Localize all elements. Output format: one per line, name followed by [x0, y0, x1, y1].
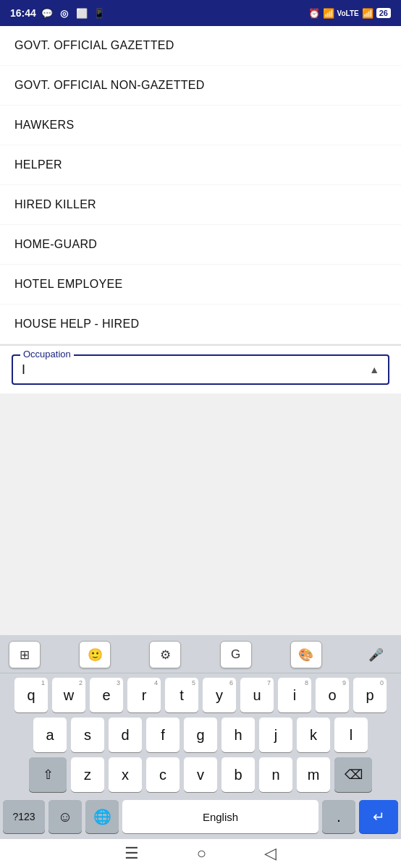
- key-r[interactable]: 4r: [127, 678, 161, 712]
- keyboard-toolbar: ⊞ 🙂 ⚙ G 🎨 🎤: [0, 635, 401, 673]
- key-g[interactable]: g: [184, 718, 217, 752]
- list-item[interactable]: GOVT. OFFICIAL NON-GAZETTED: [0, 66, 401, 106]
- grid-icon[interactable]: ⊞: [9, 641, 41, 668]
- signal-icon: 📶: [362, 8, 373, 19]
- alarm-icon: ⏰: [308, 8, 320, 19]
- home-nav-icon[interactable]: ○: [197, 844, 206, 863]
- status-bar: 16:44 💬 ◎ ⬜ 📱 ⏰ 📶 VoLTE 📶 26: [0, 0, 401, 26]
- messenger-icon: 💬: [41, 7, 54, 20]
- key-i[interactable]: 8i: [278, 678, 311, 712]
- key-o[interactable]: 9o: [316, 678, 349, 712]
- list-item[interactable]: HOTEL EMPLOYEE: [0, 265, 401, 305]
- shift-key[interactable]: ⇧: [29, 757, 67, 792]
- occupation-input-wrapper[interactable]: Occupation I ▲: [12, 354, 389, 385]
- occupation-dropdown: GOVT. OFFICIAL GAZETTED GOVT. OFFICIAL N…: [0, 26, 401, 345]
- emoji-key[interactable]: ☺: [48, 800, 82, 833]
- enter-key[interactable]: ↵: [359, 800, 398, 833]
- nav-bar: ☰ ○ ◁: [0, 839, 401, 868]
- key-m[interactable]: m: [297, 757, 330, 792]
- key-v[interactable]: v: [184, 757, 217, 792]
- wifi-icon: 📶: [323, 8, 334, 19]
- key-u[interactable]: 7u: [240, 678, 274, 712]
- status-bar-left: 16:44 💬 ◎ ⬜ 📱: [10, 7, 106, 20]
- status-time: 16:44: [10, 7, 36, 19]
- status-bar-right: ⏰ 📶 VoLTE 📶 26: [308, 8, 391, 19]
- gear-icon[interactable]: ⚙: [149, 641, 181, 668]
- occupation-label: Occupation: [20, 349, 74, 359]
- whatsapp-icon: 📱: [93, 7, 106, 20]
- palette-icon[interactable]: 🎨: [290, 641, 322, 668]
- key-d[interactable]: d: [109, 718, 142, 752]
- list-item[interactable]: HOME-GUARD: [0, 225, 401, 265]
- period-key[interactable]: .: [322, 800, 355, 833]
- key-e[interactable]: 3e: [90, 678, 123, 712]
- occupation-input[interactable]: I: [22, 363, 25, 376]
- input-field-row: I ▲: [22, 363, 379, 376]
- volte-icon: VoLTE: [337, 9, 359, 17]
- backspace-key[interactable]: ⌫: [334, 757, 372, 792]
- clipboard-icon: ⬜: [75, 7, 88, 20]
- key-f[interactable]: f: [146, 718, 180, 752]
- key-y[interactable]: 6y: [203, 678, 236, 712]
- dropdown-arrow-icon[interactable]: ▲: [369, 364, 379, 375]
- key-q[interactable]: 1q: [14, 678, 48, 712]
- keyboard: ⊞ 🙂 ⚙ G 🎨 🎤 1q 2w 3e 4r 5t 6y 7u 8i 9o 0…: [0, 635, 401, 839]
- globe-key[interactable]: 🌐: [85, 800, 119, 833]
- menu-nav-icon[interactable]: ☰: [124, 844, 139, 863]
- key-l[interactable]: l: [334, 718, 368, 752]
- key-w[interactable]: 2w: [52, 678, 85, 712]
- back-nav-icon[interactable]: ◁: [264, 844, 277, 863]
- emoji-icon[interactable]: 🙂: [79, 641, 111, 668]
- key-a[interactable]: a: [33, 718, 67, 752]
- list-item[interactable]: HIRED KILLER: [0, 185, 401, 225]
- list-item[interactable]: HOUSE HELP - HIRED: [0, 305, 401, 344]
- key-row-1: 1q 2w 3e 4r 5t 6y 7u 8i 9o 0p: [3, 678, 398, 712]
- numbers-key[interactable]: ?123: [3, 800, 45, 833]
- battery-badge: 26: [376, 8, 391, 18]
- key-h[interactable]: h: [221, 718, 255, 752]
- input-container: Occupation I ▲: [0, 345, 401, 393]
- instagram-icon: ◎: [58, 7, 71, 20]
- key-j[interactable]: j: [259, 718, 292, 752]
- key-row-3: ⇧ z x c v b n m ⌫: [3, 757, 398, 792]
- key-t[interactable]: 5t: [165, 678, 198, 712]
- list-item[interactable]: HELPER: [0, 145, 401, 185]
- list-item[interactable]: GOVT. OFFICIAL GAZETTED: [0, 26, 401, 66]
- keyboard-keys: 1q 2w 3e 4r 5t 6y 7u 8i 9o 0p a s d f g …: [0, 673, 401, 800]
- key-b[interactable]: b: [221, 757, 255, 792]
- mic-icon[interactable]: 🎤: [360, 641, 392, 668]
- key-k[interactable]: k: [297, 718, 330, 752]
- key-p[interactable]: 0p: [353, 678, 387, 712]
- key-z[interactable]: z: [71, 757, 104, 792]
- key-c[interactable]: c: [146, 757, 180, 792]
- key-row-2: a s d f g h j k l: [3, 718, 398, 752]
- translate-icon[interactable]: G: [220, 641, 252, 668]
- key-n[interactable]: n: [259, 757, 292, 792]
- key-s[interactable]: s: [71, 718, 104, 752]
- key-x[interactable]: x: [109, 757, 142, 792]
- keyboard-bottom-row: ?123 ☺ 🌐 English . ↵: [0, 800, 401, 839]
- list-item[interactable]: HAWKERS: [0, 106, 401, 145]
- space-key[interactable]: English: [122, 800, 318, 833]
